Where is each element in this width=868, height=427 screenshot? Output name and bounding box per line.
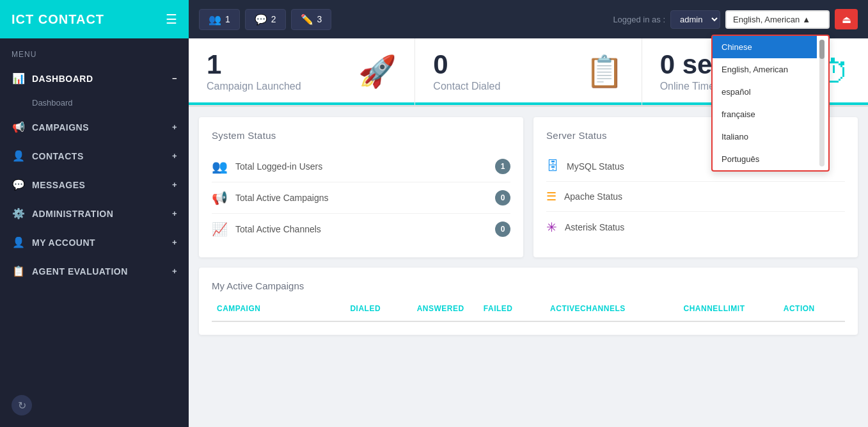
agent-evaluation-expand-icon: +	[172, 266, 177, 276]
administration-icon: ⚙️	[12, 207, 26, 220]
tab2-icon: 💬	[255, 13, 267, 26]
campaigns-card: My Active Campaigns CAMPAIGN DIALED ANSW…	[199, 268, 858, 335]
lang-option-chinese[interactable]: Chinese	[713, 36, 817, 58]
sidebar-item-label-messages: MESSAGES	[32, 180, 85, 190]
campaigns-table-header: CAMPAIGN DIALED ANSWERED FAILED ACTIVECH…	[212, 302, 845, 322]
system-status-card: System Status 👥 Total Logged-in Users 1 …	[199, 117, 523, 257]
col-header-activechannels: ACTIVECHANNELS	[545, 302, 678, 316]
stat-text-dialed: 0 Contact Dialed	[433, 51, 574, 92]
stat-bar-dialed	[415, 102, 641, 105]
sidebar-item-contacts[interactable]: 👤 CONTACTS +	[0, 141, 189, 170]
admin-select[interactable]: admin	[670, 10, 720, 29]
sidebar-item-label-administration: ADMINISTRATION	[32, 209, 113, 219]
col-header-action: ACTION	[778, 302, 845, 316]
sidebar-item-label-agent-evaluation: AGENT EVALUATION	[32, 266, 128, 277]
header: 👥 1 💬 2 ✏️ 3 Logged in as : admin Englis…	[189, 0, 868, 38]
language-chevron-icon: ▲	[802, 15, 810, 24]
status-label-campaigns: Total Active Campaigns	[235, 193, 329, 203]
rocket-icon: 🚀	[358, 54, 397, 90]
status-row-active-campaigns: 📢 Total Active Campaigns 0	[212, 182, 510, 214]
stat-campaigns-launched: 1 Campaign Launched 🚀	[189, 38, 415, 105]
col-header-answered: ANSWERED	[412, 302, 478, 316]
channels-status-icon: 📈	[212, 222, 228, 237]
stat-contact-dialed: 0 Contact Dialed 📋	[415, 38, 642, 105]
logout-button[interactable]: ⏏	[835, 9, 858, 29]
asterisk-icon: ✳	[546, 220, 557, 235]
sidebar-item-messages[interactable]: 💬 MESSAGES +	[0, 170, 189, 199]
app-logo: ICT CONTACT	[12, 12, 104, 27]
lang-option-francaise[interactable]: française	[713, 103, 817, 125]
status-row-asterisk: ✳ Asterisk Status	[546, 212, 845, 243]
agent-evaluation-icon: 📋	[12, 265, 26, 277]
logged-in-label: Logged in as :	[613, 15, 665, 24]
messages-icon: 💬	[12, 179, 26, 191]
campaigns-status-icon: 📢	[212, 190, 228, 205]
logout-icon: ⏏	[842, 13, 851, 26]
language-select-button[interactable]: English, American ▲	[725, 10, 830, 29]
status-row-left-users: 👥 Total Logged-in Users	[212, 159, 322, 174]
sidebar-item-agent-evaluation[interactable]: 📋 AGENT EVALUATION +	[0, 257, 189, 286]
stat-label-dialed: Contact Dialed	[433, 81, 574, 92]
system-status-title: System Status	[212, 130, 510, 141]
col-header-campaign: CAMPAIGN	[212, 302, 345, 316]
lang-scrollbar[interactable]	[819, 40, 825, 166]
my-account-expand-icon: +	[172, 238, 177, 247]
sidebar-item-administration[interactable]: ⚙️ ADMINISTRATION +	[0, 199, 189, 228]
status-row-left-campaigns: 📢 Total Active Campaigns	[212, 190, 329, 205]
status-label-users: Total Logged-in Users	[235, 161, 322, 172]
sidebar-item-my-account[interactable]: 👤 MY ACCOUNT +	[0, 228, 189, 257]
sidebar: ICT CONTACT ☰ MENU 📊 DASHBOARD − Dashboa…	[0, 0, 189, 427]
tab3-number: 3	[317, 14, 322, 24]
col-header-channellimit: CHANNELLIMIT	[678, 302, 778, 316]
lang-option-portugues[interactable]: Português	[713, 148, 817, 170]
stat-text-campaigns: 1 Campaign Launched	[207, 51, 348, 92]
campaigns-icon: 📢	[12, 121, 26, 133]
status-row-left-mysql: 🗄 MySQL Status	[546, 159, 624, 173]
status-row-left-channels: 📈 Total Active Channels	[212, 222, 321, 237]
apache-icon: ☰	[546, 189, 556, 204]
contacts-icon: 👤	[12, 150, 26, 162]
contacts-expand-icon: +	[172, 151, 177, 161]
dashboard-icon: 📊	[12, 72, 26, 85]
main-content: 👥 1 💬 2 ✏️ 3 Logged in as : admin Englis…	[189, 0, 868, 427]
col-header-failed: FAILED	[478, 302, 545, 316]
users-status-icon: 👥	[212, 159, 228, 174]
sidebar-item-label-campaigns: CAMPAIGNS	[32, 122, 89, 133]
tab2-number: 2	[271, 14, 276, 24]
lang-option-espanol[interactable]: español	[713, 81, 817, 103]
lang-scrollbar-thumb	[819, 40, 825, 59]
lang-option-italiano[interactable]: Italiano	[713, 125, 817, 148]
status-label-mysql: MySQL Status	[567, 161, 624, 172]
sidebar-bottom-btn[interactable]: ↻	[12, 395, 32, 415]
sidebar-item-dashboard[interactable]: 📊 DASHBOARD −	[0, 64, 189, 93]
status-badge-users: 1	[495, 159, 510, 174]
tab1-number: 1	[225, 14, 230, 24]
sidebar-bottom: ↻	[0, 383, 189, 427]
mysql-icon: 🗄	[546, 159, 559, 173]
stat-bar-campaigns	[189, 102, 414, 105]
table-icon: 📋	[585, 54, 624, 90]
administration-expand-icon: +	[172, 209, 177, 218]
status-row-left-apache: ☰ Apache Status	[546, 189, 622, 204]
stat-number-campaigns: 1	[207, 51, 348, 78]
lang-option-english-american[interactable]: English, American	[713, 58, 817, 81]
header-tab-1[interactable]: 👥 1	[199, 9, 240, 30]
campaigns-section: My Active Campaigns CAMPAIGN DIALED ANSW…	[189, 268, 868, 345]
language-selector[interactable]: English, American ▲ Chinese English, Ame…	[725, 10, 830, 29]
hamburger-icon[interactable]: ☰	[166, 12, 177, 27]
menu-label: MENU	[0, 38, 189, 64]
sidebar-sub-dashboard[interactable]: Dashboard	[0, 93, 189, 113]
col-header-dialed: DIALED	[345, 302, 411, 316]
sidebar-header: ICT CONTACT ☰	[0, 0, 189, 38]
header-tab-2[interactable]: 💬 2	[245, 9, 286, 30]
status-label-asterisk: Asterisk Status	[565, 222, 624, 232]
campaigns-expand-icon: +	[172, 122, 177, 132]
sidebar-item-label-contacts: CONTACTS	[32, 151, 84, 161]
status-badge-channels: 0	[495, 222, 510, 237]
header-tab-3[interactable]: ✏️ 3	[291, 9, 332, 30]
campaigns-card-title: My Active Campaigns	[212, 280, 845, 291]
sidebar-item-campaigns[interactable]: 📢 CAMPAIGNS +	[0, 113, 189, 141]
status-label-apache: Apache Status	[564, 191, 622, 202]
stat-label-campaigns: Campaign Launched	[207, 81, 348, 92]
status-badge-campaigns: 0	[495, 190, 510, 205]
